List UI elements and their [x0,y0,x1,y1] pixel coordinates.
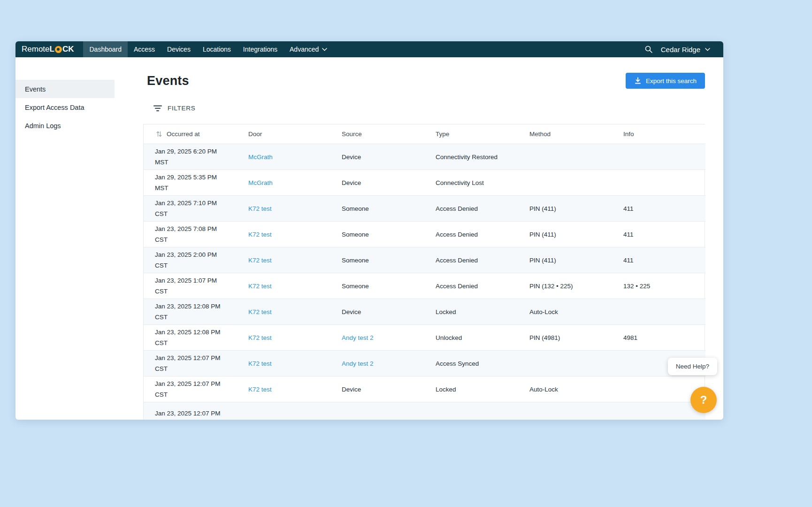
nav-item-integrations[interactable]: Integrations [237,41,283,57]
info-text: 411 [623,257,634,264]
need-help-label: Need Help? [676,363,709,370]
brand-text-right: CK [62,45,74,54]
column-header-occurred-at[interactable]: Occurred at [144,124,241,144]
cell-type: Access Denied [428,222,522,247]
sidebar-item-export-access-data[interactable]: Export Access Data [15,98,115,116]
cell-method: PIN (411) [522,247,616,273]
cell-type: Connectivity Lost [428,170,522,196]
nav-item-label: Dashboard [89,46,122,53]
source-text: Someone [342,231,369,238]
nav-item-label: Locations [203,46,231,53]
door-link[interactable]: McGrath [248,154,273,161]
cell-source: Device [334,376,428,402]
occurred-at-text: Jan 23, 2025 2:00 PM CST [155,249,226,271]
cell-source: Someone [334,196,428,222]
cell-door: K72 test [241,222,334,247]
source-text: Someone [342,205,369,212]
cell-door: K72 test [241,376,334,402]
nav-item-label: Access [134,46,155,53]
door-link[interactable]: K72 test [248,386,272,393]
app-body: EventsExport Access DataAdmin Logs Event… [15,57,723,420]
cell-door: K72 test [241,273,334,299]
source-link[interactable]: Andy test 2 [342,360,374,367]
help-button[interactable]: ? [690,387,717,413]
occurred-at-text: Jan 23, 2025 7:10 PM CST [155,198,226,219]
source-link[interactable]: Andy test 2 [342,334,374,341]
cell-method: Auto-Lock [522,299,616,325]
nav-item-locations[interactable]: Locations [197,41,237,57]
cell-method [522,402,616,420]
source-text: Someone [342,283,369,290]
column-header-source: Source [334,124,428,144]
cell-occurred-at: Jan 29, 2025 5:35 PM MST [144,170,241,196]
sidebar: EventsExport Access DataAdmin Logs [15,57,115,420]
nav-item-dashboard[interactable]: Dashboard [83,41,128,57]
occurred-at-text: Jan 23, 2025 12:07 PM CST [155,353,226,374]
cell-source: Andy test 2 [334,325,428,351]
type-text: Access Denied [436,257,478,264]
type-text: Access Synced [436,360,479,367]
cell-type: Connectivity Restored [428,144,522,170]
cell-occurred-at: Jan 23, 2025 12:07 PM CST [144,351,241,376]
cell-method [522,170,616,196]
nav-item-access[interactable]: Access [128,41,161,57]
door-link[interactable]: K72 test [248,283,272,290]
sort-icon [156,131,162,138]
info-text: 411 [623,205,634,212]
export-button-label: Export this search [646,77,697,84]
cell-door [241,402,334,420]
page-title: Events [147,74,189,88]
door-link[interactable]: K72 test [248,257,272,264]
nav-item-label: Devices [167,46,191,53]
column-header-label: Door [248,131,262,138]
cell-type: Access Synced [428,351,522,376]
filters-toggle[interactable]: FILTERS [153,105,705,112]
export-search-button[interactable]: Export this search [626,73,705,89]
filters-label: FILTERS [168,105,195,112]
cell-type: Access Denied [428,247,522,273]
brand-letter-l: L [50,45,54,54]
occurred-at-text: Jan 23, 2025 7:08 PM CST [155,223,226,245]
cell-info: 411 [616,222,705,247]
cell-source [334,402,428,420]
cell-occurred-at: Jan 23, 2025 12:08 PM CST [144,325,241,351]
method-text: PIN (411) [529,257,556,264]
door-link[interactable]: K72 test [248,360,272,367]
door-link[interactable]: K72 test [248,308,272,315]
cell-door: K72 test [241,299,334,325]
nav-items: DashboardAccessDevicesLocationsIntegrati… [83,41,333,57]
column-header-info: Info [616,124,705,144]
nav-item-advanced[interactable]: Advanced [283,41,333,57]
sidebar-item-label: Events [25,85,46,93]
cell-method: PIN (132 • 225) [522,273,616,299]
cell-source: Someone [334,222,428,247]
table-row: Jan 23, 2025 7:08 PM CSTK72 testSomeoneA… [144,222,705,247]
remotelock-logo[interactable]: RemoteLCK [15,41,83,57]
sidebar-item-label: Export Access Data [25,104,84,111]
door-link[interactable]: K72 test [248,231,272,238]
nav-item-devices[interactable]: Devices [161,41,197,57]
cell-method: PIN (4981) [522,325,616,351]
cell-occurred-at: Jan 23, 2025 12:08 PM CST [144,299,241,325]
account-switcher[interactable]: Cedar Ridge [661,46,710,54]
title-row: Events Export this search [143,73,705,89]
search-icon[interactable] [644,45,653,54]
type-text: Connectivity Restored [436,154,498,161]
column-header-label: Source [342,131,362,138]
column-header-method: Method [522,124,616,144]
cell-info [616,144,705,170]
column-header-door: Door [241,124,334,144]
door-link[interactable]: K72 test [248,205,272,212]
cell-method: PIN (411) [522,196,616,222]
door-link[interactable]: McGrath [248,179,273,186]
app-window: RemoteLCK DashboardAccessDevicesLocation… [15,41,723,420]
source-text: Device [342,386,361,393]
cell-method: Auto-Lock [522,376,616,402]
sidebar-item-events[interactable]: Events [15,80,115,98]
door-link[interactable]: K72 test [248,334,272,341]
method-text: PIN (411) [529,205,556,212]
cell-door: McGrath [241,170,334,196]
table-row: Jan 23, 2025 12:07 PM CSTK72 testDeviceL… [144,376,705,402]
table-row: Jan 23, 2025 12:07 PM CSTK72 testAndy te… [144,351,705,376]
sidebar-item-admin-logs[interactable]: Admin Logs [15,116,115,135]
